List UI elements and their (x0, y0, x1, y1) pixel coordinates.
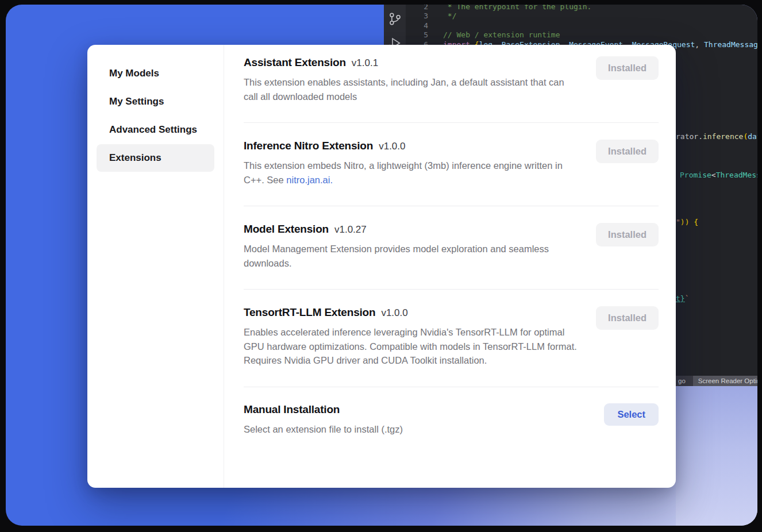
code-lines: 2 * The entrypoint for the plugin. 3 */ … (406, 5, 757, 49)
sidebar-item-advanced-settings[interactable]: Advanced Settings (97, 116, 214, 144)
line-number: 4 (406, 21, 428, 30)
code-text: * The entrypoint for the plugin. (428, 5, 591, 11)
extensions-panel: Assistant Extensionv1.0.1 This extension… (224, 45, 676, 488)
nitro-jan-ai-link[interactable]: nitro.jan.ai. (286, 175, 333, 185)
extension-title: Model Extensionv1.0.27 (244, 223, 580, 236)
extension-description: Enables accelerated inference leveraging… (244, 325, 580, 368)
background-gradient (676, 386, 757, 526)
sidebar-item-my-models[interactable]: My Models (97, 60, 214, 87)
sidebar-item-extensions[interactable]: Extensions (97, 144, 214, 172)
installed-button[interactable]: Installed (596, 140, 659, 163)
screen-reader-status-item[interactable]: Screen Reader Optimize (693, 376, 757, 386)
code-fragment: ")) { (676, 218, 698, 226)
code-fragment: Promise<ThreadMessage> (680, 171, 757, 179)
manual-installation-title: Manual Installation (244, 403, 403, 416)
extension-name: Assistant Extension (244, 56, 346, 68)
line-number: 3 (406, 11, 428, 21)
extension-version: v1.0.1 (352, 57, 378, 68)
extension-title: Assistant Extensionv1.0.1 (244, 56, 580, 69)
extension-description: This extension embeds Nitro, a lightweig… (244, 159, 580, 187)
code-text (428, 21, 443, 30)
status-item[interactable]: go (678, 377, 686, 384)
extension-description: Model Management Extension provides mode… (244, 242, 580, 270)
installed-button[interactable]: Installed (596, 306, 659, 330)
extension-name: Model Extension (244, 223, 329, 235)
extension-title: Inference Nitro Extensionv1.0.0 (244, 140, 580, 152)
extension-name: Inference Nitro Extension (244, 140, 373, 152)
settings-sidebar: My Models My Settings Advanced Settings … (87, 45, 224, 488)
extension-version: v1.0.0 (379, 141, 405, 152)
code-line: 2 * The entrypoint for the plugin. (406, 5, 757, 11)
code-fragment: rator.inference(data)); (676, 132, 757, 141)
extension-row-nitro: Inference Nitro Extensionv1.0.0 This ext… (244, 123, 659, 206)
installed-button[interactable]: Installed (596, 56, 659, 80)
installed-button[interactable]: Installed (596, 223, 659, 246)
sidebar-item-my-settings[interactable]: My Settings (97, 88, 214, 115)
extension-version: v1.0.27 (334, 224, 367, 235)
extension-row-assistant: Assistant Extensionv1.0.1 This extension… (244, 45, 659, 123)
line-number: 2 (406, 5, 428, 11)
code-line: 4 (406, 21, 757, 30)
code-text: */ (428, 11, 456, 21)
git-branch-icon[interactable] (387, 10, 403, 28)
line-number: 5 (406, 30, 428, 40)
app-window: 2 * The entrypoint for the plugin. 3 */ … (6, 5, 757, 526)
extension-title: TensortRT-LLM Extensionv1.0.0 (244, 306, 580, 319)
extension-row-model: Model Extensionv1.0.27 Model Management … (244, 206, 659, 290)
extension-description: This extension enables assistants, inclu… (244, 75, 580, 103)
extension-version: v1.0.0 (381, 307, 407, 318)
select-file-button[interactable]: Select (604, 403, 659, 426)
manual-installation-description: Select an extension file to install (.tg… (244, 422, 403, 437)
code-fragment: t}` (676, 294, 689, 303)
extension-row-tensorrt: TensortRT-LLM Extensionv1.0.0 Enables ac… (244, 290, 659, 387)
code-text: // Web / extension runtime (428, 30, 560, 40)
extension-name: TensortRT-LLM Extension (244, 306, 375, 318)
manual-installation-row: Manual Installation Select an extension … (244, 387, 659, 437)
settings-modal: My Models My Settings Advanced Settings … (87, 45, 676, 488)
code-line: 3 */ (406, 11, 757, 21)
code-line: 5 // Web / extension runtime (406, 30, 757, 40)
